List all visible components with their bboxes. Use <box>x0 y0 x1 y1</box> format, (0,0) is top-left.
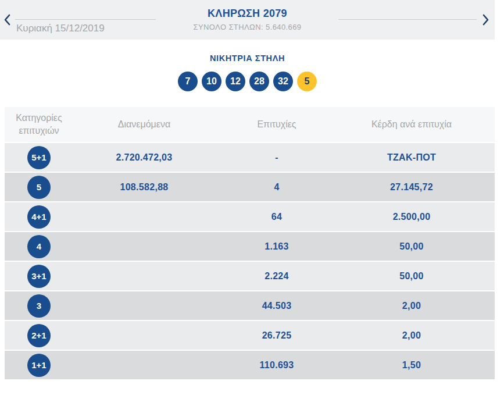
draw-header: ΚΛΗΡΩΣΗ 2079 ΣΥΝΟΛΟ ΣΤΗΛΩΝ: 5.640.669 Κυ… <box>0 0 495 40</box>
column-header-winners: Επιτυχίες <box>215 107 338 142</box>
column-header-prize: Κέρδη ανά επιτυχία <box>338 107 485 142</box>
winning-number-ball: 28 <box>249 72 269 91</box>
prize-value: 2,00 <box>338 330 485 341</box>
draw-date: Κυριακή 15/12/2019 <box>16 23 105 34</box>
distributed-value: 108.582,88 <box>73 182 215 193</box>
category-badge: 5 <box>27 176 51 199</box>
column-header-distributed: Διανεμόμενα <box>73 107 215 142</box>
winners-value: 1.163 <box>215 241 338 252</box>
winners-value: - <box>215 152 338 163</box>
winning-numbers: 7101228325 <box>0 72 495 91</box>
prize-table: Κατηγορίες επιτυχιών Διανεμόμενα Επιτυχί… <box>5 107 495 379</box>
winning-column-section: ΝΙΚΗΤΡΙΑ ΣΤΗΛΗ 7101228325 <box>0 54 504 91</box>
winning-number-ball: 12 <box>226 72 245 91</box>
prize-value: 27.145,72 <box>338 182 485 193</box>
joker-number-ball: 5 <box>297 72 317 91</box>
prize-table-body: 5+1 2.720.472,03 - ΤΖΑΚ-ΠΟΤ 5 108.582,88… <box>5 143 495 379</box>
winners-value: 110.693 <box>215 360 338 371</box>
distributed-value: 2.720.472,03 <box>73 152 215 163</box>
prize-value: 1,50 <box>338 360 485 371</box>
category-badge: 1+1 <box>27 354 51 377</box>
category-badge: 5+1 <box>27 146 51 169</box>
category-badge: 2+1 <box>27 324 51 347</box>
category-badge: 4+1 <box>27 205 51 229</box>
next-draw-button[interactable] <box>482 13 490 26</box>
prize-table-header: Κατηγορίες επιτυχιών Διανεμόμενα Επιτυχί… <box>5 107 495 142</box>
header-divider-right <box>338 19 477 20</box>
column-header-categories: Κατηγορίες επιτυχιών <box>5 107 73 142</box>
table-row: 2+1 26.725 2,00 <box>5 321 495 350</box>
table-row: 3 44.503 2,00 <box>5 291 495 320</box>
chevron-right-icon <box>482 19 490 28</box>
winners-value: 26.725 <box>215 330 338 341</box>
winners-value: 4 <box>215 182 338 193</box>
winning-number-ball: 7 <box>178 72 198 91</box>
draw-title: ΚΛΗΡΩΣΗ 2079 <box>0 8 495 20</box>
winners-value: 44.503 <box>215 301 338 311</box>
prev-draw-button[interactable] <box>3 13 11 26</box>
table-row: 1+1 110.693 1,50 <box>5 351 495 379</box>
winning-column-title: ΝΙΚΗΤΡΙΑ ΣΤΗΛΗ <box>0 54 495 63</box>
table-row: 4+1 64 2.500,00 <box>5 202 495 231</box>
table-row: 4 1.163 50,00 <box>5 232 495 261</box>
header-divider-left <box>15 19 156 20</box>
prize-value: 2,00 <box>338 301 485 311</box>
prize-value: 2.500,00 <box>338 212 485 222</box>
table-row: 5 108.582,88 4 27.145,72 <box>5 173 495 201</box>
winners-value: 2.224 <box>215 271 338 282</box>
winning-number-ball: 10 <box>202 72 221 91</box>
table-row: 5+1 2.720.472,03 - ΤΖΑΚ-ΠΟΤ <box>5 143 495 172</box>
winning-number-ball: 32 <box>273 72 293 91</box>
chevron-left-icon <box>3 19 11 28</box>
prize-value: 50,00 <box>338 271 485 282</box>
prize-value: 50,00 <box>338 241 485 252</box>
category-badge: 4 <box>27 235 51 258</box>
winners-value: 64 <box>215 212 338 222</box>
category-badge: 3 <box>27 294 51 318</box>
category-badge: 3+1 <box>27 265 51 288</box>
prize-value: ΤΖΑΚ-ΠΟΤ <box>338 152 485 163</box>
table-row: 3+1 2.224 50,00 <box>5 262 495 290</box>
